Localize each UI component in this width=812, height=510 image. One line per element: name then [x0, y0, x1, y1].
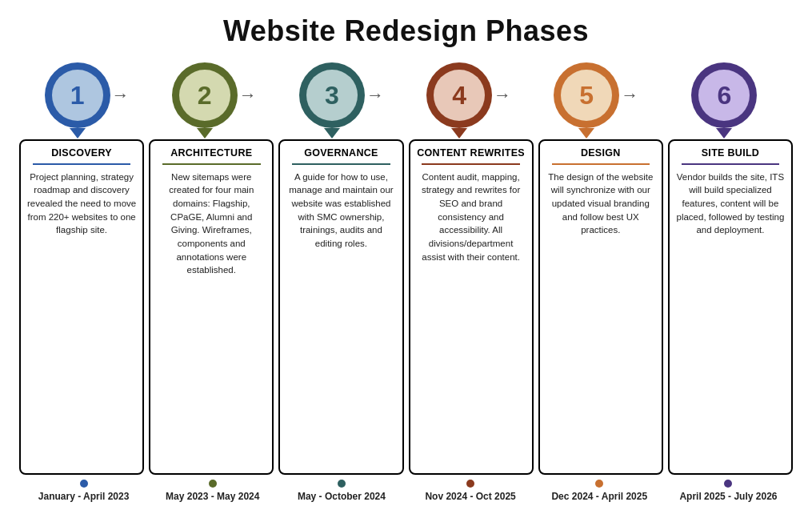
circle-outer-6: 6: [691, 62, 757, 128]
circle-number-2: 2: [179, 70, 230, 121]
circle-outer-1: 1: [45, 62, 110, 128]
card-text-4: Content audit, mapping, strategy and rew…: [417, 171, 526, 264]
arrow-2: →: [239, 85, 257, 106]
circle-outer-2: 2: [172, 62, 238, 128]
date-group-6: April 2025 - July 2026: [664, 480, 793, 502]
dates-row: January - April 2023May 2023 - May 2024M…: [16, 480, 796, 502]
card-title-6: SITE BUILD: [702, 147, 759, 159]
circle-pointer-4: [451, 128, 467, 139]
circle-group-2: 2→: [151, 62, 278, 128]
date-group-1: January - April 2023: [19, 480, 148, 502]
circle-number-6: 6: [698, 70, 750, 121]
circle-number-1: 1: [52, 70, 103, 121]
circle-group-5: 5→: [534, 62, 661, 128]
card-title-1: DISCOVERY: [51, 147, 112, 159]
date-dot-6: [724, 480, 732, 488]
card-6: SITE BUILDVendor builds the site, ITS wi…: [668, 139, 793, 475]
date-dot-3: [338, 480, 346, 488]
cards-row: DISCOVERYProject planning, strategy road…: [16, 139, 796, 475]
date-group-4: Nov 2024 - Oct 2025: [406, 480, 535, 502]
arrow-5: →: [621, 85, 638, 106]
arrow-4: →: [494, 85, 511, 106]
circles-row: 1→2→3→4→5→6: [16, 62, 796, 128]
date-dot-4: [466, 480, 474, 488]
card-text-5: The design of the website will synchroni…: [546, 171, 655, 237]
card-2: ARCHITECTURENew sitemaps were created fo…: [149, 139, 274, 475]
date-dot-5: [595, 480, 603, 488]
card-text-2: New sitemaps were created for four main …: [157, 171, 266, 277]
date-label-2: May 2023 - May 2024: [166, 491, 259, 502]
card-divider-1: [33, 163, 131, 165]
date-label-1: January - April 2023: [38, 491, 130, 502]
card-text-1: Project planning, strategy roadmap and d…: [27, 171, 136, 237]
card-divider-6: [682, 163, 780, 165]
arrow-3: →: [366, 85, 384, 106]
date-label-3: May - October 2024: [298, 491, 386, 502]
circle-group-3: 3→: [278, 62, 406, 128]
card-title-4: CONTENT REWRITES: [417, 147, 525, 159]
circle-number-4: 4: [434, 70, 485, 121]
card-1: DISCOVERYProject planning, strategy road…: [19, 139, 144, 475]
card-divider-2: [162, 163, 261, 165]
date-group-2: May 2023 - May 2024: [148, 480, 277, 502]
circle-outer-5: 5: [554, 62, 619, 128]
card-text-6: Vendor builds the site, ITS will build s…: [676, 171, 785, 237]
circle-group-1: 1→: [24, 62, 151, 128]
date-label-6: April 2025 - July 2026: [679, 491, 777, 502]
circle-pointer-6: [716, 128, 732, 139]
card-title-3: GOVERNANCE: [304, 147, 378, 159]
card-text-3: A guide for how to use, manage and maint…: [286, 171, 395, 251]
date-label-4: Nov 2024 - Oct 2025: [425, 491, 515, 502]
circle-number-5: 5: [561, 70, 612, 121]
circle-pointer-5: [578, 128, 594, 139]
circle-number-3: 3: [306, 70, 358, 121]
date-group-3: May - October 2024: [277, 480, 406, 502]
card-title-2: ARCHITECTURE: [170, 147, 252, 159]
card-3: GOVERNANCEA guide for how to use, manage…: [278, 139, 403, 475]
arrow-1: →: [112, 85, 130, 106]
phases-wrapper: 1→2→3→4→5→6 DISCOVERYProject planning, s…: [16, 62, 796, 502]
card-divider-4: [422, 163, 520, 165]
date-label-5: Dec 2024 - April 2025: [551, 491, 647, 502]
card-4: CONTENT REWRITESContent audit, mapping, …: [409, 139, 534, 475]
circle-outer-4: 4: [426, 62, 492, 128]
circle-group-4: 4→: [406, 62, 534, 128]
card-divider-3: [292, 163, 390, 165]
circle-pointer-2: [197, 128, 213, 139]
circle-group-6: 6: [661, 62, 788, 128]
card-divider-5: [552, 163, 650, 165]
circle-pointer-1: [70, 128, 86, 139]
page-title: Website Redesign Phases: [223, 14, 589, 48]
date-dot-2: [209, 480, 217, 488]
date-dot-1: [80, 480, 88, 488]
card-5: DESIGNThe design of the website will syn…: [538, 139, 663, 475]
date-group-5: Dec 2024 - April 2025: [535, 480, 664, 502]
circle-pointer-3: [324, 128, 340, 139]
circle-outer-3: 3: [299, 62, 365, 128]
card-title-5: DESIGN: [581, 147, 621, 159]
